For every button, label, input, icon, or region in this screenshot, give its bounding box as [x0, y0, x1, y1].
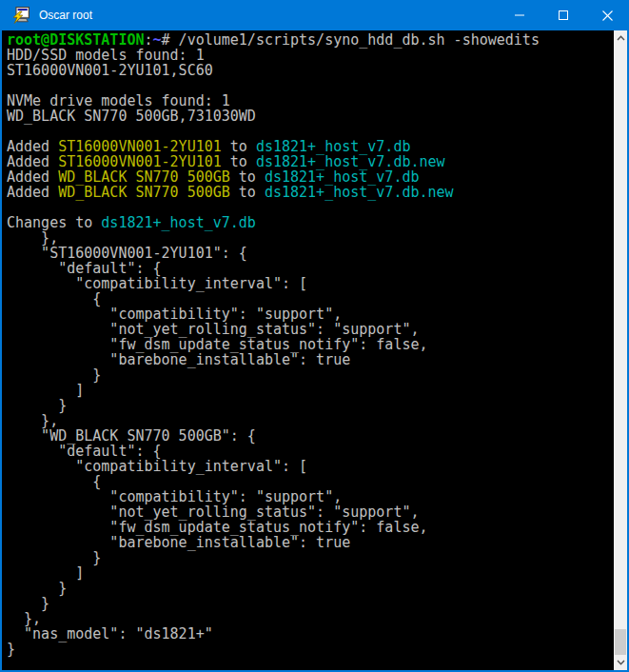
terminal-line: "barebone_installable": true — [7, 535, 614, 550]
window-body: root@DISKSTATION:~# /volume1/scripts/syn… — [2, 30, 627, 670]
terminal-line: } — [7, 581, 614, 596]
terminal-line: "compatibility_interval": [ — [7, 276, 614, 291]
terminal-line: Added ST16000VN001-2YU101 to ds1821+_hos… — [7, 154, 614, 169]
terminal-screen[interactable]: root@DISKSTATION:~# /volume1/scripts/syn… — [2, 30, 614, 670]
terminal-line: "ST16000VN001-2YU101": { — [7, 246, 614, 261]
terminal-line: root@DISKSTATION:~# /volume1/scripts/syn… — [7, 32, 614, 48]
terminal-line — [7, 124, 614, 139]
putty-window: Oscar root root@DISKSTATION:~# /volume1/… — [0, 0, 629, 672]
terminal-line: "not_yet_rolling_status": "support", — [7, 504, 614, 520]
terminal-line: "compatibility": "support", — [7, 489, 614, 504]
terminal-line: { — [7, 291, 614, 306]
terminal-line: ] — [7, 383, 614, 398]
scrollbar-thumb[interactable] — [615, 629, 626, 655]
terminal-line: "compatibility_interval": [ — [7, 459, 614, 474]
close-button[interactable] — [585, 0, 629, 30]
terminal-line: Added ST16000VN001-2YU101 to ds1821+_hos… — [7, 139, 614, 154]
terminal-line: } — [7, 642, 614, 657]
terminal-line: "default": { — [7, 444, 614, 459]
terminal-line: ] — [7, 565, 614, 581]
terminal-line: "default": { — [7, 261, 614, 276]
window-title: Oscar root — [39, 9, 92, 22]
terminal-line: }, — [7, 413, 614, 428]
terminal-line: "fw_dsm_update_status_notify": false, — [7, 520, 614, 535]
terminal-lines: root@DISKSTATION:~# /volume1/scripts/syn… — [7, 32, 614, 657]
terminal-line: "not_yet_rolling_status": "support", — [7, 322, 614, 337]
terminal-line: }, — [7, 611, 614, 626]
scroll-up-button[interactable] — [614, 30, 627, 46]
terminal-line: } — [7, 367, 614, 383]
terminal-line: } — [7, 398, 614, 413]
terminal-line: }, — [7, 230, 614, 246]
terminal-line: Changes to ds1821+_host_v7.db — [7, 215, 614, 230]
terminal-line: { — [7, 474, 614, 489]
terminal-line: } — [7, 596, 614, 611]
terminal-line — [7, 200, 614, 215]
terminal-line: "WD_BLACK SN770 500GB": { — [7, 428, 614, 444]
terminal-line: ST16000VN001-2YU101,SC60 — [7, 63, 614, 78]
terminal-line: "nas_model": "ds1821+" — [7, 626, 614, 642]
terminal-line: Added WD_BLACK SN770 500GB to ds1821+_ho… — [7, 169, 614, 185]
terminal-line: "fw_dsm_update_status_notify": false, — [7, 337, 614, 352]
terminal-line: Added WD_BLACK SN770 500GB to ds1821+_ho… — [7, 185, 614, 200]
terminal-line: NVMe drive models found: 1 — [7, 93, 614, 109]
scroll-down-button[interactable] — [614, 655, 627, 670]
terminal-line: HDD/SSD models found: 1 — [7, 48, 614, 63]
caption-buttons — [498, 0, 629, 30]
title-bar[interactable]: Oscar root — [0, 0, 629, 30]
terminal-line — [7, 78, 614, 93]
terminal-line: WD_BLACK SN770 500GB,731030WD — [7, 109, 614, 124]
scrollbar[interactable] — [614, 30, 627, 670]
maximize-button[interactable] — [541, 0, 585, 30]
scrollbar-track[interactable] — [614, 46, 627, 655]
terminal-line: "compatibility": "support", — [7, 306, 614, 322]
terminal-line: } — [7, 550, 614, 565]
minimize-button[interactable] — [498, 0, 541, 30]
putty-app-icon[interactable] — [12, 7, 29, 24]
terminal-line: "barebone_installable": true — [7, 352, 614, 367]
